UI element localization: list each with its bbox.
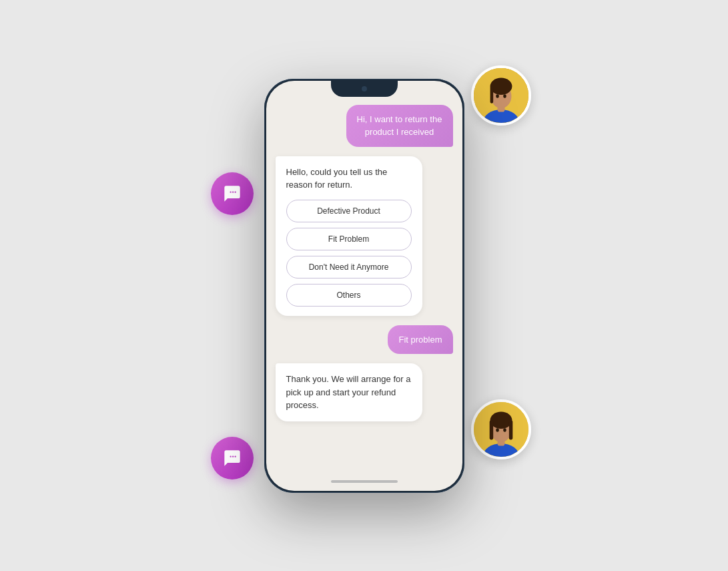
option-dont-need[interactable]: Don't Need it Anymore bbox=[286, 256, 412, 278]
svg-rect-14 bbox=[489, 420, 492, 439]
bot-message-options: Hello, could you tell us the reason for … bbox=[276, 156, 422, 316]
svg-point-16 bbox=[496, 428, 499, 431]
bot-icon-top bbox=[211, 172, 254, 215]
option-fit-problem[interactable]: Fit Problem bbox=[286, 228, 412, 250]
phone-notch bbox=[331, 81, 398, 97]
svg-point-17 bbox=[503, 428, 506, 431]
chat-area: Hi, I want to return the product I recei… bbox=[266, 81, 462, 472]
svg-rect-15 bbox=[508, 420, 512, 439]
bot-icon-bottom bbox=[211, 437, 254, 480]
avatar-bottom-right bbox=[471, 399, 531, 459]
scene: Hi, I want to return the product I recei… bbox=[191, 25, 538, 546]
home-bar bbox=[331, 480, 398, 483]
option-others[interactable]: Others bbox=[286, 284, 412, 307]
svg-point-8 bbox=[503, 94, 506, 98]
svg-point-7 bbox=[496, 94, 499, 98]
user-message-1: Hi, I want to return the product I recei… bbox=[346, 105, 453, 147]
phone-screen: Hi, I want to return the product I recei… bbox=[266, 81, 462, 491]
user-message-2: Fit problem bbox=[388, 325, 452, 355]
svg-rect-6 bbox=[490, 86, 493, 104]
bot-question-text: Hello, could you tell us the reason for … bbox=[286, 166, 412, 192]
svg-point-5 bbox=[490, 77, 512, 95]
bot-message-thankyou: Thank you. We will arrange for a pick up… bbox=[276, 363, 422, 421]
phone-frame: Hi, I want to return the product I recei… bbox=[264, 79, 464, 493]
option-defective-product[interactable]: Defective Product bbox=[286, 200, 412, 222]
avatar-top-right bbox=[471, 65, 531, 126]
svg-point-13 bbox=[490, 411, 512, 429]
home-indicator bbox=[266, 472, 462, 491]
